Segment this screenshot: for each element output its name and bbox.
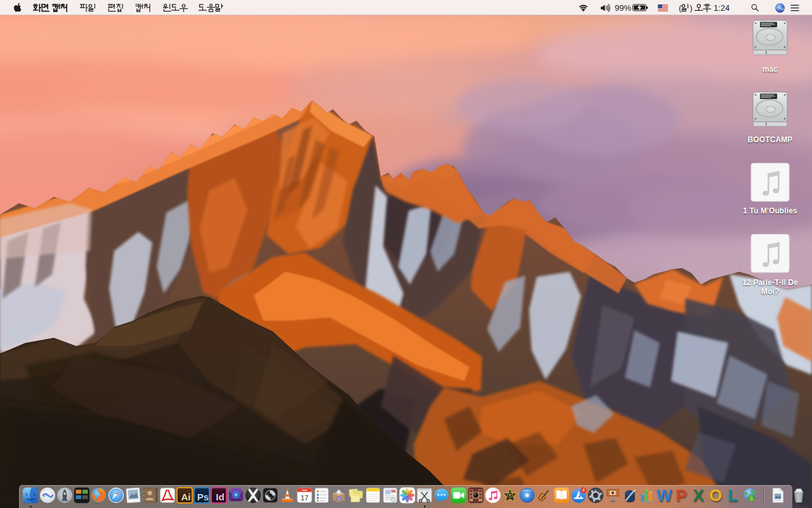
- svg-text:4: 4: [582, 488, 585, 492]
- svg-text:17: 17: [301, 494, 309, 502]
- svg-text:Q: Q: [337, 497, 340, 500]
